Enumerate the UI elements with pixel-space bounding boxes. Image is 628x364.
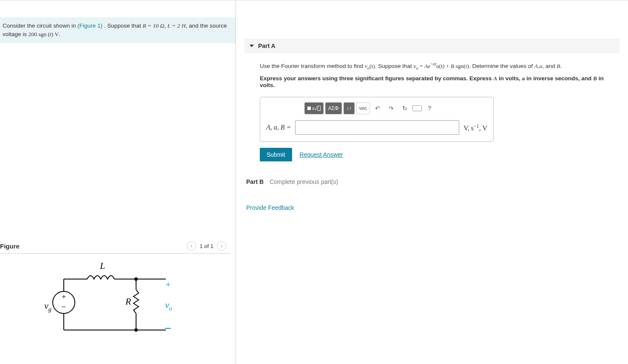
problem-statement: Consider the circuit shown in (Figure 1)…	[0, 17, 236, 43]
problem-text: . Suppose that	[104, 23, 143, 29]
answer-label: A, a, B =	[266, 124, 291, 131]
greek-button[interactable]: ΑΣΦ	[325, 102, 342, 114]
answer-input[interactable]	[295, 120, 459, 135]
subscript-button[interactable]: ↓↑	[344, 102, 355, 114]
keyboard-button[interactable]	[412, 105, 422, 111]
collapse-icon	[250, 45, 254, 47]
part-a-header[interactable]: Part A	[244, 39, 619, 53]
templates-button[interactable]: x√	[304, 102, 324, 114]
period: .	[59, 31, 60, 37]
part-a-instruction: Use the Fourier transform method to find…	[260, 62, 607, 70]
request-answer-link[interactable]: Request Answer	[300, 151, 343, 158]
L-equation: L = 2 H	[168, 23, 186, 29]
part-b-title: Part B	[246, 178, 264, 185]
svg-text:+: +	[166, 280, 170, 289]
part-b-message: Complete previous part(s)	[270, 178, 338, 185]
figure-prev-button[interactable]: ‹	[187, 241, 196, 251]
part-a-format-instruction: Express your answers using three signifi…	[260, 75, 607, 88]
undo-button[interactable]: ↶	[372, 102, 384, 114]
svg-text:+: +	[62, 293, 66, 301]
problem-text: Consider the circuit shown in	[3, 23, 77, 29]
svg-text:−: −	[61, 302, 66, 311]
figure-link[interactable]: (Figure 1)	[77, 23, 102, 29]
output-voltage-label: vo	[165, 299, 172, 312]
answer-units: V, s−1, V	[463, 123, 487, 132]
R-equation: R = 10 Ω	[142, 23, 164, 29]
source-label: vg	[44, 300, 51, 313]
sep: ,	[164, 23, 168, 29]
source-voltage: 200 sgn (t) V	[28, 31, 59, 37]
redo-button[interactable]: ↷	[385, 102, 397, 114]
help-button[interactable]: ?	[423, 102, 435, 114]
vec-button[interactable]: vec	[356, 102, 370, 114]
part-b-row: Part B Complete previous part(s)	[244, 178, 619, 185]
figure-nav: ‹ 1 of 1 ›	[187, 241, 226, 251]
circuit-diagram: + − L R vg + vo	[0, 254, 236, 364]
figure-counter: 1 of 1	[199, 243, 213, 249]
answer-box: x√ ΑΣΦ ↓↑ vec ↶ ↷ ↻ ? A, a, B = V, s−1, …	[260, 97, 494, 142]
submit-button[interactable]: Submit	[260, 148, 292, 161]
inductor-label: L	[99, 260, 105, 271]
figure-next-button[interactable]: ›	[217, 241, 226, 251]
resistor-label: R	[125, 296, 131, 307]
figure-title: Figure	[0, 243, 20, 250]
provide-feedback-link[interactable]: Provide Feedback	[246, 204, 294, 211]
part-a-title: Part A	[258, 42, 276, 49]
equation-toolbar: x√ ΑΣΦ ↓↑ vec ↶ ↷ ↻ ?	[304, 102, 487, 114]
reset-button[interactable]: ↻	[399, 102, 411, 114]
